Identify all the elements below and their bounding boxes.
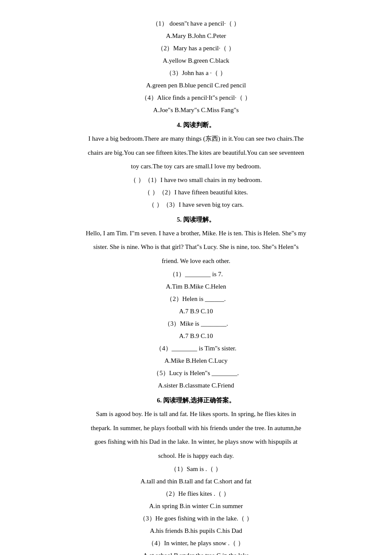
section6-p3: goes fishing with his Dad in the lake. I…	[26, 436, 366, 448]
section5-q1-opts: A.Tim B.Mike C.Helen	[26, 281, 366, 292]
q4-line: （4）Alice finds a pencil·It"s pencil·（ ）	[26, 92, 366, 104]
section4-q2: （ ）（2）I have fifteen beautiful kites.	[26, 187, 366, 198]
section5-q5: （5）Lucy is Helen"s ________.	[26, 367, 366, 379]
section6-q3-opts: A.his friends B.his pupils C.his Dad	[26, 525, 366, 537]
page-content: （1） doesn"t have a pencil·（ ） A.Mary B.J…	[26, 18, 366, 555]
q1-opts: A.Mary B.John C.Peter	[26, 30, 366, 42]
question-block-1to4: （1） doesn"t have a pencil·（ ） A.Mary B.J…	[26, 18, 366, 116]
section6-q1: （1）Sam is .（ ）	[26, 463, 366, 475]
section5-q3: （3）Mike is ________.	[26, 318, 366, 330]
section5-q4: （4）________ is Tim"s sister.	[26, 343, 366, 354]
section4-p2: chairs are big.You can see fifteen kites…	[26, 147, 366, 159]
section6-q1-opts: A.tall and thin B.tall and fat C.short a…	[26, 476, 366, 487]
q3-opts: A.green pen B.blue pencil C.red pencil	[26, 80, 366, 91]
section5-q3-opts: A.7 B.9 C.10	[26, 330, 366, 342]
section6-p2: thepark. In summer, he plays football wi…	[26, 422, 366, 434]
section6-block: 6. 阅读理解,选择正确答案。 Sam is agood boy. He is …	[26, 395, 366, 555]
section6-q4-opts: A.at school B.under the tree C.in the la…	[26, 550, 366, 555]
q3-line: （3）John has a ·（ ）	[26, 67, 366, 79]
section4-q3: （ ）（3）I have seven big toy cars.	[26, 199, 366, 211]
section6-title: 6. 阅读理解,选择正确答案。	[26, 395, 366, 406]
section6-q3: （3）He goes fishing with in the lake.（ ）	[26, 513, 366, 524]
section5-p2: sister. She is nine. Who is that girl? T…	[26, 241, 366, 253]
section6-p1: Sam is agood boy. He is tall and fat. He…	[26, 408, 366, 420]
section4-block: 4. 阅读判断。 I have a big bedroom.There are …	[26, 119, 366, 211]
section5-q4-opts: A.Mike B.Helen C.Lucy	[26, 355, 366, 367]
section5-p1: Hello, I am Tim. I"m seven. I have a bro…	[26, 227, 366, 240]
q4-opts: A.Joe"s B.Mary"s C.Miss Fang"s	[26, 104, 366, 116]
section5-q1: （1）________ is 7.	[26, 269, 366, 280]
section4-q1: （ ）（1）I have two small chairs in my bedr…	[26, 174, 366, 186]
section5-block: 5. 阅读理解。 Hello, I am Tim. I"m seven. I h…	[26, 214, 366, 392]
q1-line: （1） doesn"t have a pencil·（ ）	[26, 18, 366, 29]
section5-q2: （2）Helen is ______.	[26, 293, 366, 305]
q2-line: （2）Mary has a pencil·（ ）	[26, 43, 366, 54]
section5-p3: friend. We love each other.	[26, 255, 366, 267]
section4-title: 4. 阅读判断。	[26, 119, 366, 131]
section4-p1: I have a big bedroom.There are many thin…	[26, 133, 366, 145]
section6-q2-opts: A.in spring B.in winter C.in summer	[26, 500, 366, 512]
section6-p4: school. He is happy each day.	[26, 450, 366, 462]
section6-q2: （2）He flies kites .（ ）	[26, 488, 366, 500]
q2-opts: A.yellow B.green C.black	[26, 55, 366, 66]
section4-p3: toy cars.The toy cars are small.I love m…	[26, 160, 366, 173]
section5-q5-opts: A.sister B.classmate C.Friend	[26, 380, 366, 391]
section5-q2-opts: A.7 B.9 C.10	[26, 306, 366, 317]
section5-title: 5. 阅读理解。	[26, 214, 366, 225]
section6-q4: （4）In winter, he plays snow .（ ）	[26, 538, 366, 549]
